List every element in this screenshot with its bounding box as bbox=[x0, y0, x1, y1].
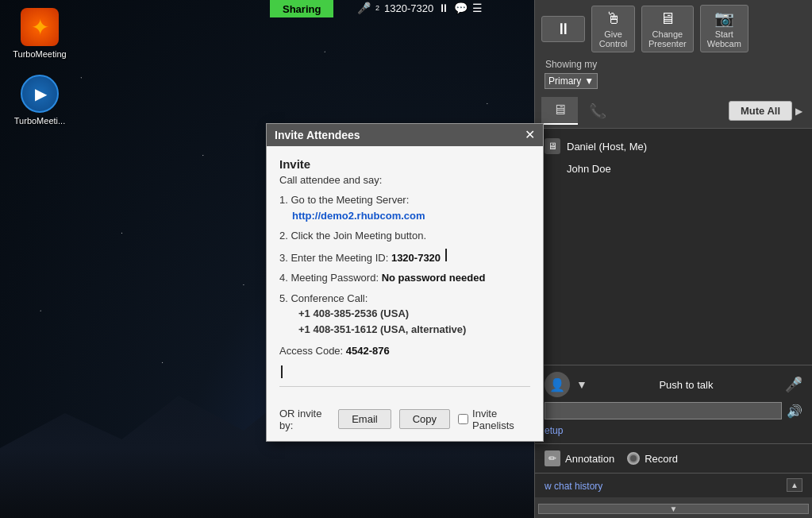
record-label: Record bbox=[645, 453, 678, 465]
turbomeet-player-label: TurboMeeti... bbox=[14, 116, 65, 126]
mic-count: 2 bbox=[375, 4, 379, 12]
input-cursor bbox=[281, 365, 283, 378]
turbomeeting-icon-label: TurboMeeting bbox=[13, 49, 66, 59]
menu-icon[interactable]: ☰ bbox=[472, 2, 483, 14]
tabs-row: 🖥 📞 Mute All ▶ bbox=[535, 94, 812, 129]
give-control-label: GiveControl bbox=[599, 29, 627, 48]
start-webcam-button[interactable]: 📷 StartWebcam bbox=[700, 5, 749, 52]
pause-panel-icon: ⏸ bbox=[556, 20, 571, 38]
meeting-id-value: 1320-7320 bbox=[391, 252, 441, 264]
invite-step-2: 2. Click the Join Meeting button. bbox=[279, 228, 530, 244]
panel-top-buttons: ⏸ 🖱 GiveControl 🖥 ChangePresenter 📷 Star… bbox=[535, 0, 812, 94]
annotation-label: Annotation bbox=[565, 453, 614, 465]
mute-all-button[interactable]: Mute All bbox=[729, 101, 792, 121]
invite-intro: Call attendee and say: bbox=[279, 174, 530, 186]
step5-text: 5. Conference Call: bbox=[279, 292, 368, 304]
push-to-talk-bar: 🔊 bbox=[545, 402, 802, 419]
chat-history-link[interactable]: w chat history bbox=[545, 481, 602, 492]
toolbar-meeting-id-area: 🎤 2 1320-7320 ⏸ 💬 ☰ bbox=[357, 2, 483, 14]
conference-line-2: +1 408-351-1612 (USA, alternative) bbox=[298, 323, 466, 335]
turbomeet-player-icon bbox=[21, 75, 59, 113]
tab-phone[interactable]: 📞 bbox=[578, 98, 618, 125]
user-avatar: 👤 bbox=[545, 372, 570, 397]
access-code-value: 4542-876 bbox=[346, 345, 390, 357]
audio-header: 👤 ▼ Push to talk 🎤 bbox=[545, 372, 802, 397]
showing-dropdown[interactable]: Primary ▼ bbox=[545, 73, 598, 89]
desktop-icon-turbomeet-player[interactable]: TurboMeeti... bbox=[8, 75, 71, 126]
step2-text: 2. Click the Join Meeting button. bbox=[279, 230, 426, 242]
start-webcam-label: StartWebcam bbox=[707, 29, 741, 48]
invite-step-1: 1. Go to the Meeting Server: http://demo… bbox=[279, 192, 530, 223]
tab-monitor[interactable]: 🖥 bbox=[541, 97, 578, 125]
audio-setup-link[interactable]: etup bbox=[545, 425, 563, 436]
dialog-body: Invite Call attendee and say: 1. Go to t… bbox=[267, 146, 543, 403]
panel-scroll-bottom: ▼ bbox=[535, 497, 812, 518]
desktop-icons: TurboMeeting TurboMeeti... bbox=[8, 8, 71, 126]
change-presenter-button[interactable]: 🖥 ChangePresenter bbox=[641, 6, 694, 52]
chat-history-row: ▲ w chat history bbox=[535, 473, 812, 497]
participant-john-name: John Doe bbox=[567, 163, 611, 175]
bubble-icon[interactable]: 💬 bbox=[454, 2, 468, 14]
invite-panelists-label: Invite Panelists bbox=[472, 408, 530, 431]
step3-text: 3. Enter the Meeting ID: 1320-7320 bbox=[279, 252, 441, 264]
email-button[interactable]: Email bbox=[338, 409, 391, 429]
right-panel: ⏸ 🖱 GiveControl 🖥 ChangePresenter 📷 Star… bbox=[534, 0, 812, 518]
scroll-down-button[interactable]: ▼ bbox=[538, 504, 809, 514]
dialog-divider bbox=[279, 386, 530, 387]
access-code-section: Access Code: 4542-876 bbox=[279, 343, 530, 359]
invite-step-3: 3. Enter the Meeting ID: 1320-7320 bbox=[279, 249, 530, 266]
or-invite-by-label: OR invite by: bbox=[279, 408, 330, 431]
mic-icon: 🎤 bbox=[357, 2, 371, 14]
sharing-button[interactable]: Sharing bbox=[270, 0, 333, 17]
cursor-line bbox=[279, 365, 530, 378]
dialog-title: Invite Attendees bbox=[275, 129, 360, 141]
showing-dropdown-section: Showing my Primary ▼ bbox=[545, 59, 598, 89]
push-to-talk-label: Push to talk bbox=[594, 379, 779, 391]
participant-john-icon bbox=[545, 160, 560, 176]
showing-my-label: Showing my bbox=[545, 59, 597, 70]
dialog-close-button[interactable]: ✕ bbox=[525, 129, 535, 141]
change-presenter-label: ChangePresenter bbox=[648, 29, 687, 48]
copy-button[interactable]: Copy bbox=[399, 409, 450, 429]
step4-text: 4. Meeting Password: No password needed bbox=[279, 272, 485, 284]
showing-dropdown-value: Primary bbox=[548, 75, 581, 87]
annotation-row: ✏ Annotation Record bbox=[535, 443, 812, 473]
change-presenter-icon: 🖥 bbox=[660, 10, 675, 28]
invite-heading: Invite bbox=[279, 157, 530, 171]
password-value: No password needed bbox=[382, 272, 486, 284]
showing-my-section: ⏸ bbox=[541, 16, 585, 42]
participant-john: John Doe bbox=[545, 157, 802, 180]
participant-monitor-icon: 🖥 bbox=[545, 138, 560, 154]
give-control-button[interactable]: 🖱 GiveControl bbox=[591, 6, 635, 52]
give-control-icon: 🖱 bbox=[606, 10, 622, 28]
invite-panelists-checkbox[interactable] bbox=[458, 414, 468, 424]
pause-panel-button[interactable]: ⏸ bbox=[541, 16, 585, 42]
audio-chevron[interactable]: ▼ bbox=[576, 378, 587, 391]
annotation-button[interactable]: ✏ Annotation bbox=[545, 450, 614, 466]
start-webcam-icon: 📷 bbox=[714, 9, 734, 28]
invite-step-4: 4. Meeting Password: No password needed bbox=[279, 270, 530, 286]
text-cursor bbox=[445, 249, 447, 261]
scroll-up-button[interactable]: ▲ bbox=[787, 478, 802, 492]
dialog-footer: OR invite by: Email Copy Invite Panelist… bbox=[267, 403, 543, 441]
access-code-label: Access Code: bbox=[279, 345, 346, 357]
dialog-titlebar: Invite Attendees ✕ bbox=[267, 124, 543, 146]
meeting-server-link[interactable]: http://demo2.rhubcom.com bbox=[292, 210, 425, 222]
chevron-down-icon: ▼ bbox=[584, 75, 594, 87]
conference-line-1: +1 408-385-2536 (USA) bbox=[298, 307, 409, 319]
participants-list: 🖥 Daniel (Host, Me) John Doe bbox=[535, 129, 812, 365]
volume-icon: 🔊 bbox=[787, 404, 802, 419]
microphone-button[interactable]: 🎤 bbox=[785, 376, 802, 393]
pause-icon[interactable]: ⏸ bbox=[438, 2, 449, 14]
invite-panelists-checkbox-label[interactable]: Invite Panelists bbox=[458, 408, 530, 431]
audio-section: 👤 ▼ Push to talk 🎤 🔊 etup bbox=[535, 365, 812, 443]
record-button[interactable]: Record bbox=[627, 452, 678, 465]
pencil-icon: ✏ bbox=[545, 450, 560, 466]
panel-expand-icon[interactable]: ▶ bbox=[792, 104, 806, 118]
record-dot-inner bbox=[630, 455, 637, 462]
step1-number: 1. Go to the Meeting Server: bbox=[279, 194, 409, 206]
meeting-id-text: 1320-7320 bbox=[384, 2, 433, 14]
participant-daniel-name: Daniel (Host, Me) bbox=[567, 141, 647, 153]
invite-dialog: Invite Attendees ✕ Invite Call attendee … bbox=[266, 123, 544, 442]
record-dot-icon bbox=[627, 452, 640, 465]
